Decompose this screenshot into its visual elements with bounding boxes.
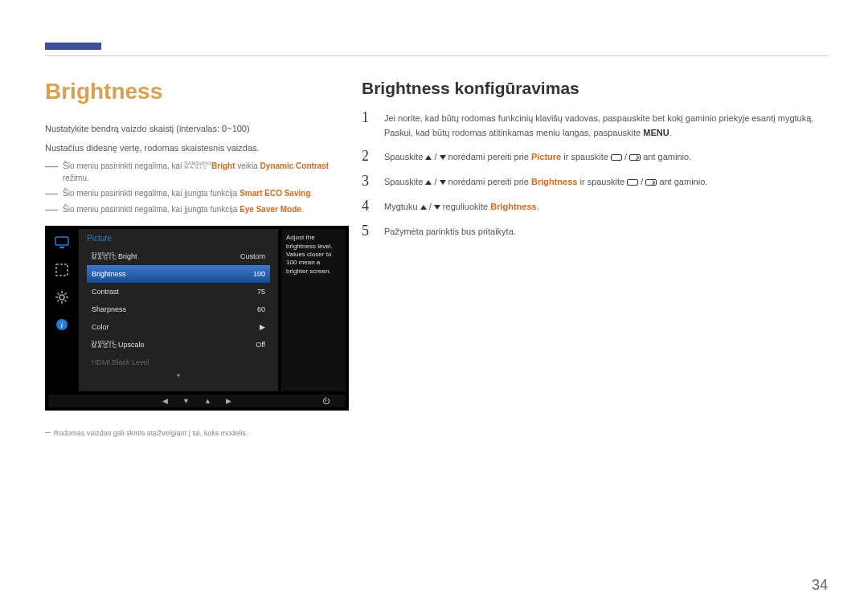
button-enter-icon [629, 154, 641, 161]
page-number: 34 [812, 577, 828, 594]
nav-up-icon: ▲ [204, 397, 211, 405]
step-2: 2 Spauskite / norėdami pereiti prie Pict… [362, 148, 828, 165]
note-dash-icon: ― [45, 187, 58, 200]
step-1-text: Jei norite, kad būtų rodomas funkcinių k… [384, 109, 828, 140]
osd-row-contrast: Contrast 75 [87, 283, 270, 300]
monitor-icon [53, 234, 71, 251]
step-number: 2 [362, 148, 375, 165]
power-icon: ⏻ [322, 397, 330, 405]
osd-row-hdmi: HDMI Black Level [87, 353, 270, 371]
note-1-text: Šio meniu pasirinkti negalima, kai SAMSU… [63, 160, 350, 184]
frame-icon [53, 261, 71, 279]
note-1: ― Šio meniu pasirinkti negalima, kai SAM… [45, 160, 350, 184]
nav-left-icon: ◀ [162, 397, 168, 405]
step-3: 3 Spauskite / norėdami pereiti prie Brig… [362, 173, 828, 190]
note-dash-icon: ― [45, 160, 58, 173]
note-3-text: Šio meniu pasirinkti negalima, kai įjung… [63, 203, 304, 215]
osd-description-panel: Adjust the brightness level. Values clos… [281, 229, 346, 391]
osd-row-upscale: SAMSUNGMAGICUpscale Off [87, 336, 270, 353]
step-4-text: Mygtuku / reguliuokite Brightness. [384, 198, 539, 215]
step-number: 3 [362, 173, 375, 190]
triangle-down-icon [440, 155, 446, 160]
step-number: 4 [362, 198, 375, 215]
step-3-text: Spauskite / norėdami pereiti prie Bright… [384, 173, 707, 190]
note-2: ― Šio meniu pasirinkti negalima, kai įju… [45, 187, 350, 200]
svg-rect-2 [56, 264, 68, 276]
osd-row-magicbright: SAMSUNGMAGICBright Custom [87, 247, 270, 265]
note-3: ― Šio meniu pasirinkti negalima, kai įju… [45, 203, 350, 216]
section-heading: Brightness konfigūravimas [362, 79, 828, 98]
gear-icon [53, 288, 71, 306]
button-icon [627, 179, 638, 186]
nav-right-icon: ▶ [226, 397, 231, 405]
triangle-up-icon [420, 205, 427, 210]
osd-row-brightness: Brightness 100 [87, 265, 270, 283]
svg-rect-1 [59, 247, 64, 248]
step-5: 5 Pažymėta parinktis bus pritaikyta. [362, 223, 828, 239]
svg-text:i: i [61, 321, 63, 329]
header-accent-bar [45, 43, 101, 50]
right-column: Brightness konfigūravimas 1 Jei norite, … [362, 79, 828, 247]
osd-main-panel: Picture SAMSUNGMAGICBright Custom Bright… [79, 229, 278, 391]
header-divider [45, 55, 828, 56]
triangle-up-icon [425, 180, 432, 185]
svg-point-3 [59, 295, 64, 300]
intro-text-2: Nustačius didesnę vertę, rodomas skaiste… [45, 141, 350, 156]
osd-row-color: Color ▶ [87, 318, 270, 336]
osd-nav-bar: ◀ ▼ ▲ ▶ ⏻ [48, 394, 346, 407]
page-title: Brightness [45, 79, 350, 104]
chevron-down-icon: ▼ [87, 373, 270, 378]
step-1: 1 Jei norite, kad būtų rodomas funkcinių… [362, 109, 828, 140]
triangle-up-icon [425, 155, 432, 160]
osd-row-sharpness: Sharpness 60 [87, 300, 270, 318]
osd-screenshot: i Picture SAMSUNGMAGICBright Custom Brig… [45, 226, 349, 411]
intro-text-1: Nustatykite bendrą vaizdo skaistį (inter… [45, 122, 350, 137]
triangle-down-icon [434, 205, 440, 210]
step-2-text: Spauskite / norėdami pereiti prie Pictur… [384, 148, 691, 165]
triangle-down-icon [440, 180, 446, 185]
step-5-text: Pažymėta parinktis bus pritaikyta. [384, 223, 516, 239]
left-column: Brightness Nustatykite bendrą vaizdo ska… [45, 79, 350, 438]
osd-title: Picture [87, 234, 270, 243]
note-dash-icon: ― [45, 203, 58, 216]
info-icon: i [53, 316, 71, 333]
button-enter-icon [645, 179, 657, 186]
svg-rect-0 [55, 237, 68, 245]
nav-down-icon: ▼ [182, 397, 190, 405]
step-number: 1 [362, 109, 375, 126]
button-icon [611, 154, 622, 161]
step-number: 5 [362, 223, 375, 239]
osd-sidebar: i [48, 229, 76, 391]
step-4: 4 Mygtuku / reguliuokite Brightness. [362, 198, 828, 215]
model-footnote: –Rodomas vaizdas gali skirtis atsižvelgi… [45, 427, 350, 438]
note-2-text: Šio meniu pasirinkti negalima, kai įjung… [63, 187, 313, 199]
